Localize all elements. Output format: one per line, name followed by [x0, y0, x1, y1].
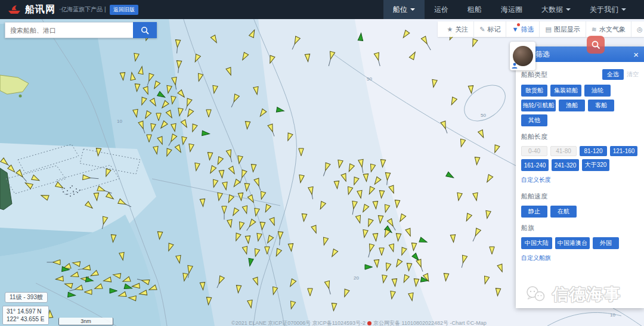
- toolbar-label: 关注: [455, 25, 468, 34]
- nav-label: 海运圈: [501, 0, 522, 19]
- type-tug-button[interactable]: 拖轮/引航船: [521, 100, 556, 111]
- custom-length-link[interactable]: 自定义长度: [521, 174, 551, 186]
- watermark: 信德海事: [525, 284, 621, 305]
- site-name: 船讯网: [25, 4, 55, 16]
- notification-dot: [517, 23, 520, 26]
- len-0-40-button[interactable]: 0-40: [521, 146, 547, 156]
- toolbar-label: 图层显示: [554, 25, 580, 34]
- depth-label: 20: [354, 275, 359, 281]
- ship-speed-label: 船舶速度: [521, 192, 639, 201]
- flag-foreign-button[interactable]: 外国: [593, 237, 619, 249]
- toolbar-filter[interactable]: ▼筛选: [506, 21, 539, 37]
- depth-label: 10: [117, 119, 122, 124]
- magnifier-icon: [591, 40, 600, 49]
- ship-type-buttons: 散货船 集装箱船 油轮 拖轮/引航船 渔船 客船 其他: [521, 85, 639, 126]
- search-box: [5, 22, 157, 38]
- depth-label: 10: [610, 312, 615, 318]
- nav-item-about[interactable]: 关于我们: [580, 0, 636, 19]
- boat-logo-icon: [7, 5, 21, 14]
- clear-button[interactable]: 清空: [627, 70, 639, 79]
- zoom-level-badge: 11级 - 393艘: [5, 292, 48, 303]
- type-tanker-button[interactable]: 油轮: [584, 85, 611, 97]
- search-icon: [141, 26, 149, 35]
- len-41-80-button[interactable]: 41-80: [550, 146, 577, 156]
- toolbar-layers[interactable]: ▤图层显示: [539, 21, 585, 37]
- coordinates-box: 31° 14.597 N 122° 43.655 E: [2, 306, 49, 325]
- ship-filter-panel: 船舶筛选 × 船舶类型 全选 清空 散货船 集装箱船 油轮 拖轮/引航船 渔船 …: [516, 46, 644, 308]
- weather-icon: ≋: [592, 26, 597, 33]
- depth-label: 50: [367, 76, 372, 82]
- avatar-card[interactable]: [510, 42, 535, 70]
- speed-underway-button[interactable]: 在航: [550, 206, 577, 218]
- star-icon: ★: [447, 26, 453, 33]
- chevron-down-icon: [410, 8, 415, 11]
- toolbar-more[interactable]: ◎: [631, 21, 644, 37]
- funnel-icon: ▼: [512, 26, 518, 33]
- chevron-down-icon: [566, 8, 571, 11]
- highlight-annotation: [587, 36, 605, 54]
- pencil-icon: ✎: [479, 26, 485, 33]
- nav-label: 关于我们: [590, 0, 618, 19]
- type-bulk-button[interactable]: 散货船: [521, 85, 547, 97]
- toolbar-label: 筛选: [521, 25, 534, 34]
- chevron-down-icon: [621, 8, 626, 11]
- nav-label: 大数据: [541, 0, 563, 19]
- map-attribution: ©2021 ELANE 京ICP证070006号 京ICP备11024593号-…: [231, 319, 487, 326]
- nav-menu: 船位 运价 租船 海运圈 大数据 关于我们: [383, 0, 636, 19]
- nav-label: 运价: [434, 0, 448, 19]
- longitude-value: 122° 43.655 E: [7, 315, 45, 323]
- attribution-left: ©2021 ELANE 京ICP证070006号 京ICP备11024593号-…: [231, 319, 366, 326]
- site-subtitle: ·亿海蓝旗下产品 |: [59, 5, 106, 14]
- len-gt320-button[interactable]: 大于320: [582, 159, 609, 171]
- panel-body: 船舶类型 全选 清空 散货船 集装箱船 油轮 拖轮/引航船 渔船 客船 其他 船…: [516, 62, 644, 275]
- ship-flag-buttons: 中国大陆 中国港澳台 外国 自定义船旗: [521, 237, 639, 264]
- depth-label: 50: [481, 113, 486, 118]
- toolbar-label: 标记: [487, 25, 500, 34]
- map-scale-bar: 3nm: [58, 318, 113, 325]
- len-121-160-button[interactable]: 121-160: [610, 146, 637, 156]
- nav-item-bigdata[interactable]: 大数据: [532, 0, 580, 19]
- type-other-button[interactable]: 其他: [521, 114, 547, 126]
- ship-type-label: 船舶类型: [521, 70, 547, 79]
- old-version-badge[interactable]: 返回旧版: [110, 5, 138, 15]
- len-241-320-button[interactable]: 241-320: [552, 159, 579, 171]
- type-container-button[interactable]: 集装箱船: [550, 85, 581, 97]
- search-input[interactable]: [5, 22, 133, 38]
- speed-static-button[interactable]: 静止: [521, 206, 547, 218]
- security-seal-icon: [367, 321, 371, 325]
- nav-item-freight[interactable]: 运价: [425, 0, 458, 19]
- type-passenger-button[interactable]: 客船: [588, 100, 614, 111]
- top-navbar: 船讯网 ·亿海蓝旗下产品 | 返回旧版 船位 运价 租船 海运圈 大数据 关于我…: [0, 0, 644, 19]
- ship-length-buttons: 0-40 41-80 81-120 121-160 161-240 241-32…: [521, 146, 639, 186]
- flag-mainland-button[interactable]: 中国大陆: [521, 237, 552, 249]
- len-81-120-button[interactable]: 81-120: [580, 146, 607, 156]
- close-icon[interactable]: ×: [633, 50, 639, 59]
- attribution-right: 京公网安备 11010802022482号 -Chart ©C-Map: [373, 319, 487, 326]
- logo[interactable]: 船讯网 ·亿海蓝旗下产品 | 返回旧版: [7, 4, 138, 16]
- watermark-text: 信德海事: [552, 284, 621, 305]
- search-button[interactable]: [133, 22, 157, 38]
- person-icon: [511, 62, 518, 69]
- type-fishing-button[interactable]: 渔船: [559, 100, 585, 111]
- latitude-value: 31° 14.597 N: [7, 308, 45, 315]
- len-161-240-button[interactable]: 161-240: [521, 159, 549, 171]
- nav-item-shipping-circle[interactable]: 海运圈: [491, 0, 532, 19]
- wechat-bubbles-icon: [525, 285, 547, 304]
- toolbar-mark[interactable]: ✎标记: [473, 21, 506, 37]
- ship-length-label: 船舶长度: [521, 132, 639, 141]
- map-toolbar: ★关注 ✎标记 ▼筛选 ▤图层显示 ≋水文气象 ◎: [438, 21, 644, 37]
- toolbar-follow[interactable]: ★关注: [441, 21, 473, 37]
- layers-icon: ▤: [545, 26, 551, 33]
- nav-label: 租船: [467, 0, 482, 19]
- misc-icon: ◎: [637, 26, 643, 33]
- ship-flag-label: 船旗: [521, 223, 639, 232]
- select-all-button[interactable]: 全选: [602, 69, 624, 80]
- toolbar-weather[interactable]: ≋水文气象: [586, 21, 631, 37]
- ship-speed-buttons: 静止 在航: [521, 206, 639, 218]
- nav-label: 船位: [393, 0, 407, 19]
- nav-item-charter[interactable]: 租船: [458, 0, 491, 19]
- toolbar-label: 水文气象: [599, 25, 626, 34]
- custom-flag-link[interactable]: 自定义船旗: [521, 252, 551, 264]
- nav-item-shippos[interactable]: 船位: [383, 0, 425, 19]
- flag-hkmotw-button[interactable]: 中国港澳台: [555, 237, 590, 249]
